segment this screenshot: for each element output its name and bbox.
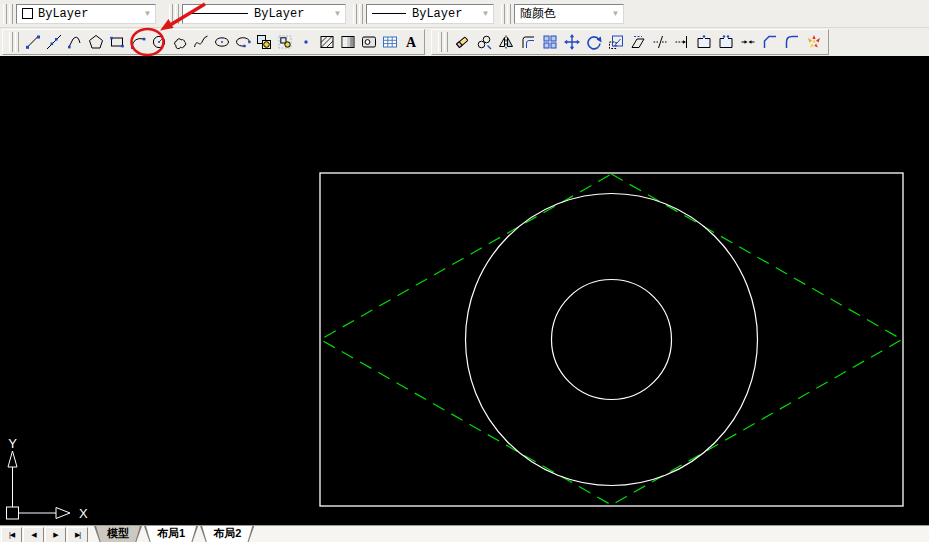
mirror-tool-button[interactable] <box>495 30 517 54</box>
lineweight-control-dropdown[interactable]: ByLayer ▼ <box>366 4 494 24</box>
chevron-down-icon[interactable]: ▼ <box>140 5 155 23</box>
plot-style-control-dropdown[interactable]: 随颜色 ▼ <box>514 4 624 24</box>
rotate-tool-button[interactable] <box>583 30 605 54</box>
modify-toolbar <box>431 29 829 55</box>
tab-label: 布局2 <box>213 527 241 539</box>
fillet-tool-button[interactable] <box>781 30 803 54</box>
table-tool-button[interactable] <box>379 30 400 54</box>
tab-布局1[interactable]: 布局1 <box>144 526 198 542</box>
scale-tool-button[interactable] <box>605 30 627 54</box>
draw-toolbar: A <box>2 29 425 55</box>
chevron-down-icon[interactable]: ▼ <box>608 5 623 23</box>
line-tool-button[interactable] <box>22 30 43 54</box>
toolbar-grip[interactable] <box>2 4 14 24</box>
extend-tool-button[interactable] <box>671 30 693 54</box>
ellipse-arc-icon <box>235 34 251 50</box>
chevron-down-icon[interactable]: ▼ <box>478 5 493 23</box>
toolbar-grip[interactable] <box>437 32 449 52</box>
polygon-tool-button[interactable] <box>85 30 106 54</box>
ellipse-icon <box>214 34 230 50</box>
explode-tool-button[interactable] <box>803 30 825 54</box>
construction-line-icon <box>46 34 62 50</box>
revision-cloud-tool-button[interactable] <box>169 30 190 54</box>
array-tool-button[interactable] <box>539 30 561 54</box>
tab-label: 模型 <box>107 527 129 539</box>
copy-icon <box>476 34 492 50</box>
layout-tab-bar: |◀◀▶▶| 模型布局1布局2 <box>0 525 929 542</box>
spline-tool-button[interactable] <box>190 30 211 54</box>
stretch-tool-button[interactable] <box>627 30 649 54</box>
mirror-icon <box>498 34 514 50</box>
ucs-y-axis-label: Y <box>8 436 17 451</box>
draw-tools-group: A <box>22 30 421 54</box>
lineweight-control-value: ByLayer <box>412 7 462 21</box>
join-icon <box>740 34 756 50</box>
drawing-entities: Y X <box>0 56 929 525</box>
erase-tool-button[interactable] <box>451 30 473 54</box>
toolbar-grip[interactable] <box>500 4 512 24</box>
ellipse-arc-tool-button[interactable] <box>232 30 253 54</box>
outer-circle-entity[interactable] <box>466 194 758 486</box>
rectangle-tool-button[interactable] <box>106 30 127 54</box>
polygon-icon <box>88 34 104 50</box>
linetype-control-dropdown[interactable]: ByLayer ▼ <box>182 4 346 24</box>
copy-tool-button[interactable] <box>473 30 495 54</box>
previous-tab-button[interactable]: ◀ <box>23 527 44 542</box>
circle-tool-button[interactable] <box>148 30 169 54</box>
color-swatch-icon <box>22 8 33 19</box>
toolbar-grip[interactable] <box>168 4 180 24</box>
move-icon <box>564 34 580 50</box>
point-tool-button[interactable] <box>295 30 316 54</box>
circle-icon <box>151 34 167 50</box>
toolbar-grip[interactable] <box>8 32 20 52</box>
chevron-down-icon[interactable]: ▼ <box>330 5 345 23</box>
stretch-icon <box>630 34 646 50</box>
color-control-dropdown[interactable]: ByLayer ▼ <box>16 4 156 24</box>
explode-icon <box>806 34 822 50</box>
ucs-icon <box>7 451 71 519</box>
polyline-tool-button[interactable] <box>64 30 85 54</box>
break-at-point-tool-button[interactable] <box>693 30 715 54</box>
gradient-tool-button[interactable] <box>337 30 358 54</box>
hatch-tool-button[interactable] <box>316 30 337 54</box>
construction-line-tool-button[interactable] <box>43 30 64 54</box>
tab-布局2[interactable]: 布局2 <box>200 526 254 542</box>
arc-tool-button[interactable] <box>127 30 148 54</box>
region-tool-button[interactable] <box>358 30 379 54</box>
toolbar-grip[interactable] <box>352 4 364 24</box>
tab-label: 布局1 <box>157 527 185 539</box>
trim-tool-button[interactable] <box>649 30 671 54</box>
model-space-canvas[interactable]: Y X <box>0 56 929 525</box>
rectangle-entity[interactable] <box>320 173 903 506</box>
line-icon <box>25 34 41 50</box>
offset-tool-button[interactable] <box>517 30 539 54</box>
linetype-control-value: ByLayer <box>254 7 304 21</box>
break-tool-button[interactable] <box>715 30 737 54</box>
array-icon <box>542 34 558 50</box>
first-tab-button[interactable]: |◀ <box>1 527 22 542</box>
object-properties-toolbar: ByLayer ▼ ByLayer ▼ ByLayer ▼ 随颜色 ▼ <box>0 0 929 28</box>
gradient-icon <box>340 34 356 50</box>
inner-circle-entity[interactable] <box>552 280 672 400</box>
make-block-tool-button[interactable] <box>274 30 295 54</box>
join-tool-button[interactable] <box>737 30 759 54</box>
fillet-icon <box>784 34 800 50</box>
spline-icon <box>193 34 209 50</box>
polyline-icon <box>67 34 83 50</box>
dashed-diamond-entity[interactable] <box>321 174 903 505</box>
chamfer-icon <box>762 34 778 50</box>
multiline-text-tool-button[interactable]: A <box>400 30 421 54</box>
erase-icon <box>454 34 470 50</box>
tab-模型[interactable]: 模型 <box>94 526 142 542</box>
insert-block-tool-button[interactable] <box>253 30 274 54</box>
scale-icon <box>608 34 624 50</box>
ellipse-tool-button[interactable] <box>211 30 232 54</box>
break-icon <box>718 34 734 50</box>
application-window: ByLayer ▼ ByLayer ▼ ByLayer ▼ 随颜色 ▼ A <box>0 0 929 542</box>
move-tool-button[interactable] <box>561 30 583 54</box>
chamfer-tool-button[interactable] <box>759 30 781 54</box>
revision-cloud-icon <box>172 34 188 50</box>
ucs-x-axis-label: X <box>79 506 88 521</box>
next-tab-button[interactable]: ▶ <box>45 527 66 542</box>
last-tab-button[interactable]: ▶| <box>67 527 88 542</box>
